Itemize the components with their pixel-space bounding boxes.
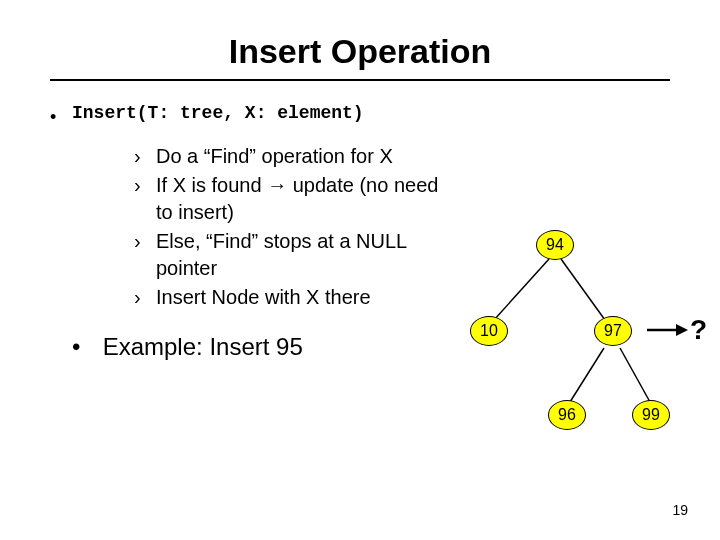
svg-line-1: [561, 259, 605, 320]
chevron-icon: ›: [134, 143, 156, 170]
tree-node: 96: [548, 400, 586, 430]
bullet-icon: •: [72, 333, 96, 361]
list-item: › Else, “Find” stops at a NULL pointer: [134, 228, 454, 282]
svg-line-3: [620, 348, 650, 402]
tree-diagram: 94 10 97 96 99 ?: [452, 230, 712, 460]
chevron-icon: ›: [134, 172, 156, 226]
list-item: › Insert Node with X there: [134, 284, 454, 311]
tree-node: 97: [594, 316, 632, 346]
svg-line-2: [570, 348, 604, 402]
step-text: Else, “Find” stops at a NULL pointer: [156, 228, 454, 282]
function-signature: Insert(T: tree, X: element): [72, 103, 680, 123]
chevron-icon: ›: [134, 228, 156, 282]
page-number: 19: [672, 502, 688, 518]
question-mark: ?: [690, 314, 707, 346]
step-text: Do a “Find” operation for X: [156, 143, 454, 170]
step-text: If X is found → update (no need to inser…: [156, 172, 454, 226]
slide: Insert Operation • Insert(T: tree, X: el…: [0, 0, 720, 540]
bullet-icon: •: [50, 107, 56, 128]
svg-line-0: [494, 259, 549, 320]
chevron-icon: ›: [134, 284, 156, 311]
list-item: › If X is found → update (no need to ins…: [134, 172, 454, 226]
tree-node-root: 94: [536, 230, 574, 260]
tree-node: 99: [632, 400, 670, 430]
example-text: Example: Insert 95: [103, 333, 303, 360]
steps-list: › Do a “Find” operation for X › If X is …: [134, 143, 454, 311]
step-text: Insert Node with X there: [156, 284, 454, 311]
slide-title: Insert Operation: [0, 0, 720, 71]
svg-marker-5: [676, 324, 688, 336]
list-item: › Do a “Find” operation for X: [134, 143, 454, 170]
tree-node: 10: [470, 316, 508, 346]
